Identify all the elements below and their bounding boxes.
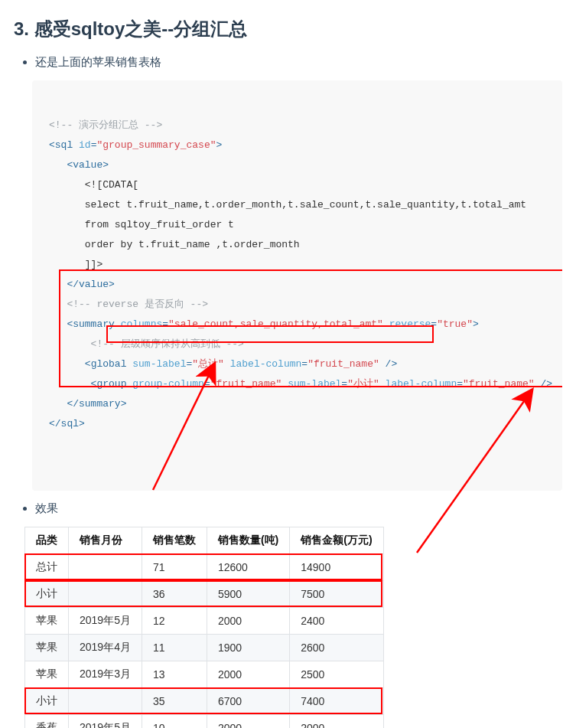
table-cell: 2000 [207,608,289,635]
table-cell: 2019年5月 [69,715,142,729]
table-cell: 2400 [290,608,383,635]
table-row: 苹果2019年5月1220002400 [25,608,384,635]
table-row: 小计3659007500 [25,581,384,608]
code-comment: <!-- 层级顺序保持从高到低 --> [91,338,244,350]
code-comment: <!-- 演示分组汇总 --> [49,119,162,131]
table-header-row: 品类销售月份销售笔数销售数量(吨)销售金额(万元) [25,527,384,554]
table-cell [69,554,142,581]
table-header-cell: 销售数量(吨) [207,527,289,554]
table-cell: 2000 [207,715,289,729]
result-table: 品类销售月份销售笔数销售数量(吨)销售金额(万元) 总计711260014900… [24,527,384,728]
table-cell: 36 [142,581,207,608]
table-cell: 2019年5月 [69,608,142,635]
table-row: 苹果2019年3月1320002500 [25,661,384,688]
table-cell: 12 [142,608,207,635]
table-row: 香蕉2019年5月1020002000 [25,715,384,729]
table-cell: 13 [142,661,207,688]
bullet-result: 效果 [35,501,562,516]
table-row: 苹果2019年4月1119002600 [25,635,384,661]
table-header-cell: 品类 [25,527,69,554]
table-cell: 2019年4月 [69,635,142,661]
table-header-cell: 销售月份 [69,527,142,554]
table-cell: 71 [142,554,207,581]
table-cell: 2019年3月 [69,661,142,688]
table-cell: 2600 [290,635,383,661]
table-cell: 12600 [207,554,289,581]
table-row: 总计711260014900 [25,554,384,581]
table-cell: 苹果 [25,635,69,661]
table-cell: 小计 [25,581,69,608]
code-comment: <!-- reverse 是否反向 --> [67,299,208,310]
code-block-sql: <!-- 演示分组汇总 --> <sql id="group_summary_c… [32,80,562,491]
table-header-cell: 销售笔数 [142,527,207,554]
table-cell [69,688,142,715]
table-cell: 1900 [207,635,289,661]
table-row: 小计3567007400 [25,688,384,715]
table-cell: 小计 [25,688,69,715]
section-heading: 3. 感受sqltoy之美--分组汇总 [14,17,562,41]
table-cell: 7500 [290,581,383,608]
table-cell: 35 [142,688,207,715]
table-cell [69,581,142,608]
table-cell: 2000 [207,661,289,688]
table-cell: 5900 [207,581,289,608]
table-cell: 6700 [207,688,289,715]
table-cell: 总计 [25,554,69,581]
table-header-cell: 销售金额(万元) [290,527,383,554]
table-body: 总计711260014900小计3659007500苹果2019年5月12200… [25,554,384,729]
table-cell: 2500 [290,661,383,688]
table-cell: 苹果 [25,661,69,688]
table-cell: 苹果 [25,608,69,635]
table-cell: 11 [142,635,207,661]
table-cell: 2000 [290,715,383,729]
table-cell: 7400 [290,688,383,715]
table-cell: 香蕉 [25,715,69,729]
bullet-intro: 还是上面的苹果销售表格 [35,55,562,70]
table-cell: 10 [142,715,207,729]
table-cell: 14900 [290,554,383,581]
